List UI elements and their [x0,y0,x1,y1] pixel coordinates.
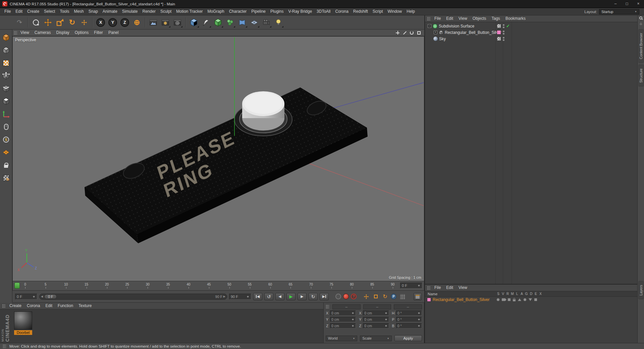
menu-item[interactable]: Simulate [120,8,140,15]
record-pla-toggle[interactable] [398,293,406,300]
rotation-field[interactable]: 0 ° [396,310,422,316]
menu-item[interactable]: 3DToAll [314,8,333,15]
texture-tag-icon[interactable] [497,24,501,28]
layer-menu-item[interactable]: File [432,285,443,291]
menu-item[interactable]: MoGraph [205,8,227,15]
add-light-button[interactable] [273,17,284,28]
panel-handle-icon[interactable] [14,31,17,35]
size-field[interactable]: 0 cm [363,310,389,316]
stepper-icon[interactable] [418,311,421,315]
enable-axis-button[interactable] [1,109,11,119]
position-mode-select[interactable]: -- [332,304,361,309]
layer-color-tag-icon[interactable] [497,30,501,35]
record-rotation-toggle[interactable]: ↻ [381,293,389,300]
stepper-icon[interactable] [385,311,388,315]
layer-color-icon[interactable] [427,298,431,302]
viewport-toggle-icon[interactable] [417,31,421,35]
transform-mode-select[interactable]: Scale▼ [360,336,391,341]
size-field[interactable]: 0 cm [363,323,389,329]
viewport-menu-item[interactable]: Panel [106,30,121,36]
panel-handle-icon[interactable] [2,304,5,308]
playhead[interactable] [14,283,20,289]
perspective-viewport[interactable]: Perspective Grid Spacing : 1 cm [12,36,424,281]
material-menu-item[interactable]: Function [55,303,76,309]
menu-item[interactable]: Script [370,8,385,15]
object-name[interactable]: Sky [439,37,446,41]
menu-item[interactable]: Sculpt [158,8,174,15]
rotation-mode-select[interactable]: -- [394,304,422,309]
viewport-menu-item[interactable]: View [18,30,32,36]
generator-toggle-icon[interactable] [524,298,526,301]
stepper-icon[interactable] [352,317,355,321]
object-name[interactable]: Rectangular_Bell_Button_Silver [445,30,501,35]
model-mode-button[interactable] [1,46,11,55]
add-primitive-button[interactable] [188,17,200,28]
size-mode-select[interactable]: -- [363,304,391,309]
viewport-menu-item[interactable]: Filter [91,30,106,36]
camera-label[interactable]: Perspective [15,38,36,42]
record-position-toggle[interactable] [363,293,370,300]
material-item[interactable]: Doorbel [14,311,32,335]
menu-item[interactable]: Animate [100,8,120,15]
texture-mode-button[interactable] [1,58,11,68]
points-mode-button[interactable] [1,71,11,81]
frame-end-field[interactable]: 90 F [229,294,251,300]
menu-item[interactable]: Window [385,8,405,15]
menu-item[interactable]: Help [404,8,417,15]
add-camera-button[interactable] [261,17,272,28]
material-menu-item[interactable]: Texture [76,303,94,309]
keyframe-selection-button[interactable] [335,294,341,299]
viewport-solo-button[interactable]: S [1,135,11,144]
maximize-button[interactable]: □ [621,0,633,8]
stepper-icon[interactable] [352,324,355,328]
position-field[interactable]: 0 cm [330,310,356,316]
position-field[interactable]: 0 cm [330,323,356,329]
layer-menu-item[interactable]: View [456,285,470,291]
make-editable-button[interactable] [1,33,11,42]
workplane-button[interactable] [1,148,11,157]
rotation-field[interactable]: 0 ° [396,323,422,329]
enabled-check-icon[interactable]: ✓ [506,24,510,28]
visibility-dots-icon[interactable] [503,24,504,28]
close-button[interactable]: × [633,0,644,8]
menu-item[interactable]: Motion Tracker [174,8,205,15]
add-mograph-button[interactable] [224,17,236,28]
panel-handle-icon[interactable] [326,305,329,309]
material-preview-sphere[interactable] [14,311,32,330]
rotation-field[interactable]: 0 ° [396,317,422,322]
stepper-icon[interactable] [247,295,250,299]
menu-item[interactable]: Character [227,8,249,15]
goto-end-button[interactable]: ▶ [320,293,329,300]
menu-item[interactable]: Plugins [268,8,286,15]
tab-layers[interactable]: Layers [638,281,644,299]
menu-item[interactable]: Tools [57,8,71,15]
menu-item[interactable]: Mesh [71,8,86,15]
render-view-button[interactable] [148,17,159,28]
lock-z-axis-button[interactable]: Z [119,17,130,28]
tweak-mode-button[interactable] [1,122,11,132]
panel-handle-icon[interactable] [427,286,430,290]
object-row-subdivision-surface[interactable]: − Subdivision Surface ✓ [425,23,637,29]
range-handle[interactable]: 0 F [44,294,57,299]
object-manager-menu-item[interactable]: Edit [443,15,456,22]
menu-item[interactable]: Pipeline [249,8,268,15]
animation-palette-button[interactable] [414,293,422,300]
expression-toggle-icon[interactable] [534,298,537,301]
previous-key-button[interactable]: ↺ [264,293,273,300]
timeline-ruler[interactable]: 051015202530354045505560657075808590 0 F [12,281,424,291]
layer-name[interactable]: Rectangular_Bell_Button_Silver [433,297,489,302]
tab-content-browser[interactable]: Content Browser [638,29,644,63]
render-toggle-icon[interactable] [508,298,511,301]
stepper-icon[interactable] [418,284,421,288]
viewport-pan-icon[interactable] [395,31,400,35]
viewport-zoom-icon[interactable] [402,31,407,35]
layer-row[interactable]: Rectangular_Bell_Button_Silver [425,297,637,303]
frame-start-field[interactable]: 0 F [15,294,37,300]
layout-select[interactable]: Startup ▼ [599,9,639,14]
home-icon[interactable]: ⌂ [640,21,642,26]
preview-range-slider[interactable]: ◀ 0 F 90 F ▶ [39,294,227,300]
coordinate-system-button[interactable]: ⊕ [131,17,143,28]
record-keyframe-button[interactable] [343,294,349,299]
rotate-tool-button[interactable]: ↻ [66,17,78,28]
object-row-sky[interactable]: Sky [425,36,637,42]
